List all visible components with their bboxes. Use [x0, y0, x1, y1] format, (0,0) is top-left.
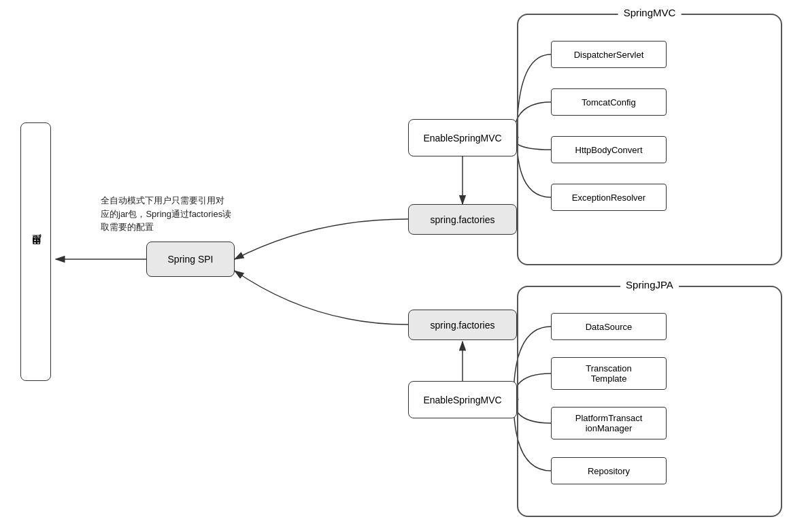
- springmvc-label: SpringMVC: [618, 7, 682, 18]
- mvc-comp-1-label: TomcatConfig: [582, 97, 635, 107]
- mvc-comp-2: HttpBodyConvert: [551, 136, 667, 163]
- spring-spi-node: Spring SPI: [146, 242, 235, 277]
- mvc-comp-3-label: ExceptionResolver: [572, 193, 645, 203]
- jpa-comp-1: TranscationTemplate: [551, 357, 667, 390]
- mvc-factories-node: spring.factories: [408, 204, 517, 235]
- jpa-comp-2: PlatformTransactionManager: [551, 407, 667, 439]
- enable-springmvc-label: EnableSpringMVC: [423, 133, 501, 144]
- mvc-comp-2-label: HttpBodyConvert: [575, 145, 643, 155]
- diagram-container: 用户应用 全自动模式下用户只需要引用对应的jar包，Spring通过factor…: [0, 0, 806, 532]
- springjpa-label: SpringJPA: [620, 279, 679, 290]
- mvc-comp-0: DispatcherServlet: [551, 41, 667, 68]
- annotation-content: 全自动模式下用户只需要引用对应的jar包，Spring通过factories读取…: [101, 195, 231, 232]
- jpa-comp-1-label: TranscationTemplate: [586, 363, 631, 384]
- enable-springjpa-node: EnableSpringMVC: [408, 381, 517, 418]
- mvc-comp-1: TomcatConfig: [551, 88, 667, 116]
- annotation-text: 全自动模式下用户只需要引用对应的jar包，Spring通过factories读取…: [101, 194, 237, 234]
- jpa-comp-0-label: DataSource: [586, 322, 633, 332]
- jpa-factories-label: spring.factories: [431, 320, 495, 331]
- enable-springmvc-node: EnableSpringMVC: [408, 119, 517, 156]
- mvc-factories-label: spring.factories: [431, 214, 495, 225]
- mvc-comp-0-label: DispatcherServlet: [574, 50, 644, 60]
- jpa-factories-node: spring.factories: [408, 310, 517, 340]
- user-app-bar: 用户应用: [20, 122, 51, 381]
- jpa-comp-2-label: PlatformTransactionManager: [575, 413, 643, 433]
- spring-spi-label: Spring SPI: [168, 254, 214, 265]
- jpa-comp-3: Repository: [551, 457, 667, 484]
- jpa-comp-3-label: Repository: [588, 466, 630, 476]
- jpa-comp-0: DataSource: [551, 313, 667, 340]
- enable-springjpa-label: EnableSpringMVC: [423, 395, 501, 405]
- mvc-comp-3: ExceptionResolver: [551, 184, 667, 211]
